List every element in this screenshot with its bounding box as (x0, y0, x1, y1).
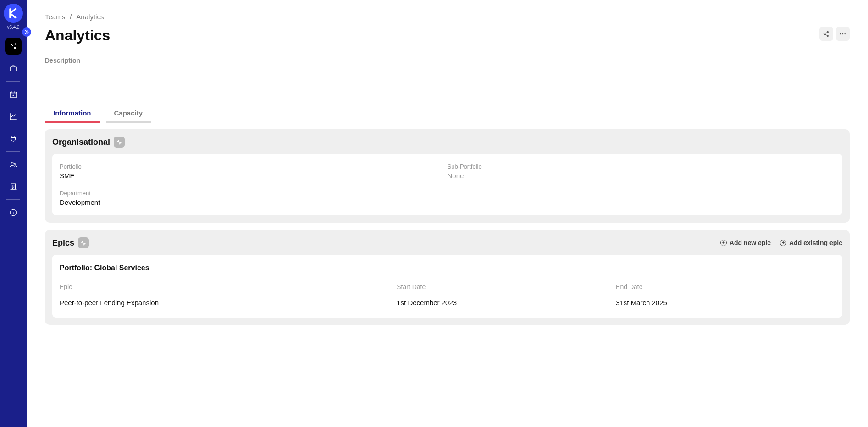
app-logo[interactable] (4, 4, 23, 23)
share-button[interactable] (819, 27, 833, 41)
svg-rect-1 (10, 67, 17, 71)
nav-building[interactable] (5, 178, 22, 195)
breadcrumb-current: Analytics (76, 13, 104, 21)
tab-information[interactable]: Information (45, 105, 100, 123)
tab-capacity[interactable]: Capacity (106, 105, 151, 123)
expand-sidebar-button[interactable] (22, 27, 31, 37)
nav-briefcase[interactable] (5, 60, 22, 77)
collapse-epics-button[interactable] (78, 237, 89, 248)
svg-point-11 (842, 33, 843, 34)
svg-point-10 (840, 33, 841, 34)
svg-text:5: 5 (15, 43, 16, 45)
organisational-card: Organisational Portfolio SME Sub-Portfol… (45, 129, 850, 223)
epic-name: Peer-to-peer Lending Expansion (60, 299, 397, 307)
add-existing-epic-label: Add existing epic (789, 239, 842, 246)
collapse-organisational-button[interactable] (114, 137, 125, 148)
breadcrumb-sep: / (70, 13, 72, 21)
portfolio-value: SME (60, 172, 448, 180)
page-title: Analytics (45, 27, 110, 44)
nav-chart[interactable] (5, 108, 22, 125)
epic-row[interactable]: Peer-to-peer Lending Expansion 1st Decem… (60, 297, 835, 308)
plus-circle-icon: + (720, 240, 727, 246)
epics-portfolio-heading: Portfolio: Global Services (60, 264, 835, 272)
svg-point-4 (14, 163, 16, 165)
svg-point-3 (11, 162, 14, 164)
main-content: Teams / Analytics Analytics Description … (27, 0, 868, 427)
plus-circle-icon: + (780, 240, 786, 246)
add-existing-epic-button[interactable]: + Add existing epic (780, 239, 842, 246)
portfolio-label: Portfolio (60, 163, 448, 170)
breadcrumb-teams[interactable]: Teams (45, 13, 65, 21)
description-label: Description (45, 57, 850, 64)
epics-title: Epics (52, 238, 74, 248)
sidebar: v5.4.2 5 (0, 0, 27, 427)
nav-strategy[interactable]: 5 (5, 38, 22, 55)
svg-point-12 (844, 33, 845, 34)
department-value: Development (60, 198, 448, 206)
version-label: v5.4.2 (7, 25, 19, 30)
svg-rect-5 (11, 184, 16, 189)
add-new-epic-label: Add new epic (730, 239, 771, 246)
epics-card: Epics + Add new epic + Add existing epic (45, 230, 850, 325)
nav-info[interactable] (5, 204, 22, 221)
breadcrumb: Teams / Analytics (45, 13, 850, 21)
epic-start-date: 1st December 2023 (397, 299, 616, 307)
col-start-date: Start Date (397, 283, 616, 290)
add-new-epic-button[interactable]: + Add new epic (720, 239, 771, 246)
organisational-title: Organisational (52, 137, 110, 147)
tabs: Information Capacity (45, 105, 850, 123)
col-end-date: End Date (616, 283, 835, 290)
epic-end-date: 31st March 2025 (616, 299, 835, 307)
subportfolio-label: Sub-Portfolio (448, 163, 835, 170)
more-button[interactable] (836, 27, 850, 41)
nav-plug[interactable] (5, 130, 22, 147)
nav-team[interactable] (5, 156, 22, 173)
subportfolio-value: None (448, 172, 835, 180)
col-epic: Epic (60, 283, 397, 290)
department-label: Department (60, 190, 448, 197)
nav-calendar[interactable] (5, 86, 22, 103)
